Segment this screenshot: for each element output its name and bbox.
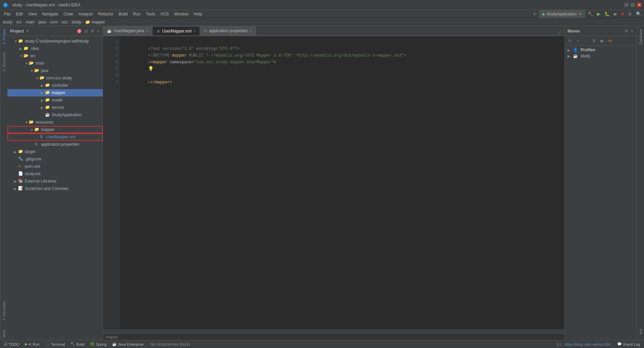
tab-usermapper-java[interactable]: ☕ UserMapper.java × xyxy=(103,26,153,36)
tree-item-model[interactable]: ▶ 📁 model xyxy=(7,96,103,104)
tab-close-java[interactable]: × xyxy=(146,29,148,33)
menu-navigate[interactable]: Navigate xyxy=(40,11,61,17)
code-content[interactable]: <?xml version="1.0" encoding="UTF-8"?> <… xyxy=(120,36,565,329)
menu-run[interactable]: Run xyxy=(130,11,143,17)
tree-item-scratches[interactable]: ▶ 📝 Scratches and Consoles xyxy=(7,185,103,192)
right-tab-database[interactable]: Database xyxy=(637,26,644,47)
event-log-icon: 💬 xyxy=(617,342,622,346)
sync-button[interactable]: ↻ xyxy=(532,11,538,17)
menu-tools[interactable]: Tools xyxy=(143,11,158,17)
breadcrumb-project[interactable]: study xyxy=(3,20,12,24)
left-tab-project[interactable]: 1: Project xyxy=(1,26,7,47)
tree-item-mapper[interactable]: ▶ 📁 mapper xyxy=(7,89,103,96)
java-enterprise-button[interactable]: ☕ Java Enterprise xyxy=(111,341,145,347)
menu-view[interactable]: View xyxy=(25,11,40,17)
title-bar-left: 🔷 study - UserMapper.xml - IntelliJ IDEA xyxy=(3,2,80,8)
event-log-button[interactable]: 💬 Event Log xyxy=(616,341,641,347)
tree-item-study-root[interactable]: ▼ 📁 study C:\sckj\work\project-self\stud… xyxy=(7,38,103,45)
collapse-all-button[interactable]: ⊟ xyxy=(84,28,89,34)
breadcrumb: study › src › main › java › com › xcc › … xyxy=(3,20,105,24)
tree-item-app-properties[interactable]: ▶ ⚙ application.properties xyxy=(7,141,103,148)
menu-file[interactable]: File xyxy=(1,11,13,17)
todo-icon: ☑ xyxy=(4,342,7,346)
breadcrumb-main[interactable]: main xyxy=(26,20,35,24)
project-tree: ▼ 📁 study C:\sckj\work\project-self\stud… xyxy=(7,36,103,340)
run-button[interactable]: ▶ xyxy=(596,11,602,17)
right-tab-ant[interactable]: Ant xyxy=(637,326,644,337)
breadcrumb-xcc[interactable]: xcc xyxy=(61,20,67,24)
terminal-button[interactable]: ⬛ Terminal xyxy=(44,341,66,347)
tab-close-xml[interactable]: × xyxy=(194,29,196,33)
maven-m-button[interactable]: m xyxy=(606,37,614,45)
tab-usermapper-xml[interactable]: 🗎 UserMapper.xml × xyxy=(153,26,200,36)
tree-item-java[interactable]: ▼ 📂 java xyxy=(7,67,103,74)
menu-help[interactable]: Help xyxy=(191,11,205,17)
run-config-dropdown[interactable]: ▶ StudyApplication ▼ xyxy=(539,10,585,18)
tree-item-controller[interactable]: ▶ 📁 controller xyxy=(7,82,103,89)
web-icon[interactable]: Web xyxy=(2,330,6,337)
menu-analyze[interactable]: Analyze xyxy=(76,11,96,17)
coverage-button[interactable]: ▶ xyxy=(612,11,619,17)
menu-refactor[interactable]: Refactor xyxy=(96,11,116,17)
minimize-button[interactable]: ─ xyxy=(624,3,629,7)
menu-vcs[interactable]: VCS xyxy=(158,11,172,17)
tree-item-src[interactable]: ▼ 📂 src xyxy=(7,52,103,60)
study-arrow: ▶ xyxy=(568,54,572,58)
search-everywhere-button[interactable]: 🔍 xyxy=(635,11,643,17)
left-tab-structure[interactable]: 2: Structure xyxy=(1,50,7,74)
tree-item-target[interactable]: ▶ 📁 target xyxy=(7,148,103,155)
tab-close-props[interactable]: × xyxy=(250,29,252,33)
settings-button[interactable]: ⚙ xyxy=(627,11,633,17)
menu-code[interactable]: Code xyxy=(61,11,76,17)
hide-panel-button[interactable]: × xyxy=(96,28,100,34)
maven-item-study[interactable]: ▶ ☕ study xyxy=(566,53,635,59)
maven-refresh-button[interactable]: ↻ xyxy=(566,37,574,45)
tree-item-mapper-resources[interactable]: ▼ 📁 mapper xyxy=(7,126,103,133)
build-status-button[interactable]: 🔨 Build xyxy=(69,341,86,347)
no-occurrences-text: No occurrences found xyxy=(150,342,190,347)
menu-build[interactable]: Build xyxy=(116,11,130,17)
tree-item-gitignore[interactable]: ▶ 🔧 .gitignore xyxy=(7,155,103,163)
maven-hide-button[interactable]: × xyxy=(630,28,634,34)
todo-button[interactable]: ☑ TODO xyxy=(3,341,21,347)
breadcrumb-study[interactable]: study xyxy=(71,20,81,24)
window-controls[interactable]: ─ □ ✕ xyxy=(624,3,641,7)
properties-icon: ⚙ xyxy=(34,142,40,147)
breadcrumb-com[interactable]: com xyxy=(50,20,58,24)
maven-settings-button[interactable]: ⚙ xyxy=(624,28,629,34)
tree-item-ext-libs[interactable]: ▶ 📚 External Libraries xyxy=(7,178,103,185)
tree-item-pom[interactable]: ▶ m pom.xml xyxy=(7,163,103,170)
editor-scrollbar[interactable] xyxy=(103,329,565,333)
tree-item-main[interactable]: ▼ 📂 main xyxy=(7,60,103,67)
maven-remove-button[interactable]: − xyxy=(582,37,590,45)
maximize-button[interactable]: □ xyxy=(631,3,635,7)
maven-profiles-icon: 👤 xyxy=(573,48,578,52)
maven-run-button[interactable]: ▶ xyxy=(598,37,606,45)
breadcrumb-mapper[interactable]: 📁 mapper xyxy=(85,20,105,24)
settings-button[interactable]: ⚙ xyxy=(90,28,95,34)
debug-button[interactable]: 🐛 xyxy=(603,11,611,17)
menu-edit[interactable]: Edit xyxy=(13,11,25,17)
maven-item-profiles[interactable]: ▶ 👤 Profiles xyxy=(566,47,635,53)
menu-window[interactable]: Window xyxy=(171,11,191,17)
breadcrumb-java[interactable]: java xyxy=(39,20,46,24)
breadcrumb-src[interactable]: src xyxy=(16,20,22,24)
spring-button[interactable]: 🌿 Spring xyxy=(89,341,108,347)
maven-add-button[interactable]: + xyxy=(574,37,582,45)
tree-item-usermapper-xml[interactable]: ▶ 🗎 UserMapper.xml xyxy=(7,133,103,141)
build-button[interactable]: 🔨 xyxy=(586,11,594,17)
tree-item-study-application[interactable]: ▶ ☕ StudyApplication xyxy=(7,111,103,119)
stop-button[interactable]: ■ xyxy=(620,11,625,17)
tree-item-study-iml[interactable]: ▶ 📄 study.iml xyxy=(7,170,103,178)
tab-app-props[interactable]: ⚙ application.properties × xyxy=(200,26,256,36)
tree-item-idea[interactable]: ▶ 📁 .idea xyxy=(7,45,103,52)
study-label: study xyxy=(581,54,590,58)
locate-button[interactable]: 🎯 xyxy=(76,28,83,34)
run-status-button[interactable]: ▶ 4: Run xyxy=(23,341,41,347)
tree-item-service[interactable]: ▶ 📁 service xyxy=(7,104,103,111)
left-tab-favorites[interactable]: 2: Favorites xyxy=(1,298,7,323)
tree-item-resources[interactable]: ▼ 📂 resources xyxy=(7,119,103,126)
maven-download-button[interactable]: ⬇ xyxy=(590,37,598,45)
tree-item-com-xcc-study[interactable]: ▼ 📂 com.xcc.study xyxy=(7,74,103,82)
close-button[interactable]: ✕ xyxy=(637,3,641,7)
